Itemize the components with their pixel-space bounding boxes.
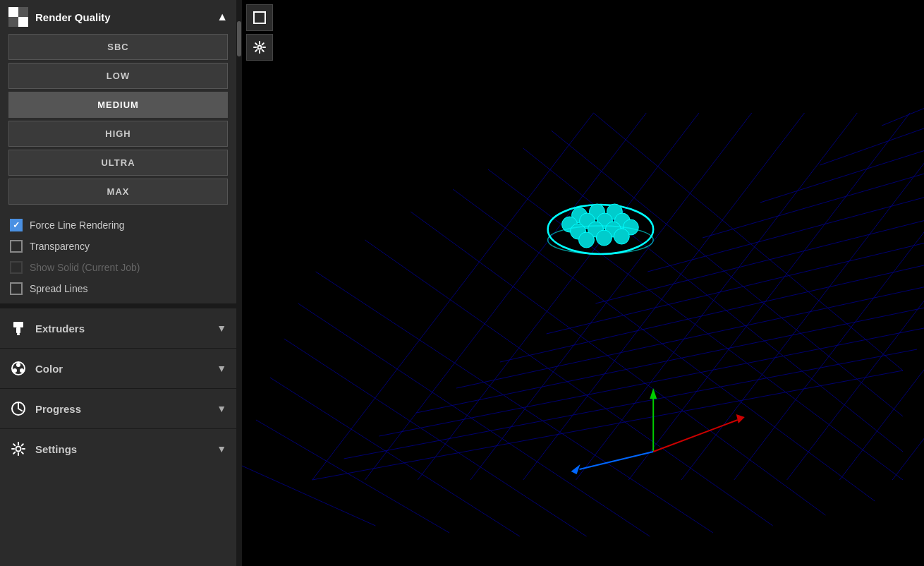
quality-list: SBC LOW MEDIUM HIGH ULTRA MAX — [0, 34, 236, 213]
svg-point-5 — [13, 368, 17, 373]
svg-line-40 — [453, 189, 875, 501]
svg-line-27 — [470, 113, 752, 480]
svg-rect-1 — [16, 327, 20, 333]
toolbar — [242, 0, 277, 65]
svg-line-22 — [820, 81, 924, 165]
svg-point-10 — [258, 46, 262, 49]
option-force-line-rendering[interactable]: Force Line Rendering — [10, 219, 226, 231]
svg-line-24 — [312, 113, 594, 480]
option-show-solid[interactable]: Show Solid (Current Job) — [10, 261, 226, 274]
render-quality-icon — [8, 7, 28, 27]
checkbox-show-solid[interactable] — [10, 261, 23, 274]
svg-point-62 — [596, 230, 612, 246]
section-progress[interactable]: Progress ▼ — [0, 388, 236, 428]
label-transparency: Transparency — [30, 241, 90, 252]
svg-line-29 — [576, 113, 858, 480]
svg-line-25 — [365, 113, 646, 480]
svg-line-46 — [270, 378, 520, 536]
color-label: Color — [35, 363, 63, 375]
progress-icon — [10, 400, 27, 417]
quality-ultra[interactable]: ULTRA — [8, 150, 228, 176]
render-quality-header[interactable]: Render Quality ▲ — [0, 0, 236, 34]
section-settings[interactable]: Settings ▼ — [0, 428, 236, 469]
option-transparency[interactable]: Transparency — [10, 240, 226, 253]
quality-sbc[interactable]: SBC — [8, 34, 228, 60]
svg-line-19 — [648, 173, 924, 272]
svg-point-61 — [579, 232, 595, 248]
svg-point-63 — [614, 229, 629, 244]
svg-point-4 — [16, 363, 20, 367]
3d-grid — [242, 0, 924, 566]
svg-line-20 — [703, 143, 924, 238]
svg-line-31 — [681, 113, 924, 480]
settings-label: Settings — [35, 443, 77, 455]
sidebar: Render Quality ▲ SBC LOW MEDIUM HIGH ULT… — [0, 0, 236, 566]
render-quality-title: Render Quality — [35, 11, 111, 23]
svg-rect-2 — [17, 333, 20, 335]
svg-line-16 — [500, 254, 924, 362]
svg-line-28 — [523, 113, 805, 480]
quality-high[interactable]: HIGH — [8, 121, 228, 147]
checkbox-transparency[interactable] — [10, 240, 23, 253]
scrollbar-thumb[interactable] — [237, 21, 241, 56]
extruder-icon — [10, 320, 27, 337]
section-extruders[interactable]: Extruders ▼ — [0, 308, 236, 348]
extruders-label: Extruders — [35, 323, 85, 335]
color-icon — [10, 360, 27, 377]
sidebar-scrollbar[interactable] — [236, 0, 242, 566]
settings-icon — [10, 440, 27, 457]
svg-marker-68 — [736, 414, 745, 423]
section-color[interactable]: Color ▼ — [0, 348, 236, 388]
quality-low[interactable]: LOW — [8, 63, 228, 89]
label-spread-lines: Spread Lines — [30, 283, 88, 294]
svg-rect-0 — [13, 322, 23, 327]
svg-line-12 — [344, 349, 917, 459]
quality-max[interactable]: MAX — [8, 179, 228, 205]
svg-line-48 — [242, 466, 375, 526]
quality-medium[interactable]: MEDIUM — [8, 92, 228, 118]
label-show-solid: Show Solid (Current Job) — [30, 262, 140, 273]
svg-rect-9 — [254, 12, 265, 23]
svg-line-23 — [882, 48, 924, 126]
svg-point-6 — [20, 368, 24, 373]
svg-line-35 — [892, 113, 924, 480]
extruders-chevron: ▼ — [217, 323, 226, 334]
svg-marker-66 — [650, 388, 657, 399]
svg-point-8 — [16, 447, 21, 452]
checkbox-spread-lines[interactable] — [10, 282, 23, 295]
svg-line-33 — [787, 113, 924, 480]
svg-line-30 — [628, 113, 910, 480]
settings-button[interactable] — [246, 34, 273, 61]
checkbox-force-line-rendering[interactable] — [10, 219, 23, 231]
svg-line-41 — [411, 212, 825, 515]
progress-chevron: ▼ — [217, 403, 226, 414]
svg-line-15 — [456, 279, 924, 388]
progress-label: Progress — [35, 403, 81, 415]
viewport — [242, 0, 924, 566]
svg-line-37 — [552, 131, 903, 416]
svg-line-26 — [418, 113, 699, 480]
render-quality-chevron: ▲ — [217, 11, 228, 23]
svg-line-67 — [653, 420, 738, 452]
settings-chevron: ▼ — [217, 443, 226, 454]
svg-line-38 — [523, 148, 903, 452]
options-section: Force Line Rendering Transparency Show S… — [0, 213, 236, 301]
svg-line-44 — [298, 303, 650, 536]
svg-line-39 — [488, 169, 903, 480]
svg-marker-70 — [571, 464, 580, 474]
bottom-sections: Extruders ▼ Color ▼ — [0, 308, 236, 566]
window-button[interactable] — [246, 4, 273, 31]
color-chevron: ▼ — [217, 363, 226, 374]
option-spread-lines[interactable]: Spread Lines — [10, 282, 226, 295]
label-force-line-rendering: Force Line Rendering — [30, 219, 125, 231]
